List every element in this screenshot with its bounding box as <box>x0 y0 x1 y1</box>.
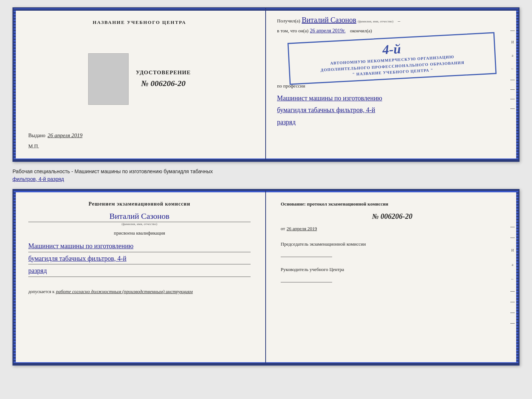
top-left-middle: УДОСТОВЕРЕНИЕ № 006206-20 <box>28 53 251 105</box>
between-text-block: Рабочая специальность - Машинист машины … <box>12 168 520 183</box>
protocol-number: № 006206-20 <box>281 212 504 221</box>
udostoverenie-number: № 006206-20 <box>141 79 186 88</box>
recipient-name: Виталий Сазонов <box>302 16 356 24</box>
rukovoditel-block: Руководитель учебного Центра <box>281 266 504 282</box>
deco-letter-i: И <box>510 40 515 44</box>
vtom-label: в том, что он(а) <box>277 28 309 34</box>
deco-line-5 <box>510 108 515 109</box>
deco-b-line-1 <box>510 227 515 227</box>
bottom-left-panel: Решением экзаменационной комиссии Витали… <box>14 190 266 364</box>
between-text-underline: фильтров, 4-й разряд <box>12 176 64 182</box>
deco-b-line-4 <box>510 302 515 302</box>
deco-line-3 <box>510 89 515 90</box>
udostoverenie-block: УДОСТОВЕРЕНИЕ № 006206-20 <box>136 70 191 88</box>
deco-letter-arrow: ← <box>510 67 515 71</box>
top-left-panel: НАЗВАНИЕ УЧЕБНОГО ЦЕНТРА УДОСТОВЕРЕНИЕ №… <box>14 8 266 161</box>
dopuskaetsya-block: допускается к работе согласно должностны… <box>28 289 251 295</box>
predsedatel-block: Председатель экзаменационной комиссии <box>281 241 504 257</box>
rukovoditel-label: Руководитель учебного Центра <box>281 266 504 274</box>
deco-b-a: а <box>510 263 515 267</box>
dash: – <box>398 18 400 24</box>
deco-b-line-5 <box>510 313 515 313</box>
top-left-footer: Выдано 26 апреля 2019 М.П. <box>28 132 251 150</box>
stamp-block: 4-й АВТОНОМНУЮ НЕКОММЕРЧЕСКУЮ ОРГАНИЗАЦИ… <box>288 32 497 85</box>
profession-line3: разряд <box>277 117 507 128</box>
vydano-label: Выдано <box>28 133 46 139</box>
profession-line1: Машинист машины по изготовлению <box>277 93 507 104</box>
top-document: НАЗВАНИЕ УЧЕБНОГО ЦЕНТРА УДОСТОВЕРЕНИЕ №… <box>12 7 520 162</box>
right-deco: И а ← <box>510 31 515 109</box>
bottom-name-block: Виталий Сазонов (фамилия, имя, отчество) <box>28 211 251 226</box>
rukovoditel-signature <box>281 275 332 282</box>
prisvoena-text: присвоена квалификация <box>28 230 251 236</box>
vydano-date: 26 апреля 2019 <box>48 132 83 139</box>
udostoverenie-label: УДОСТОВЕРЕНИЕ <box>136 70 191 76</box>
deco-b-arrow: ← <box>510 277 515 281</box>
top-left-header: НАЗВАНИЕ УЧЕБНОГО ЦЕНТРА <box>93 19 186 25</box>
qual-line3: разряд <box>28 265 251 277</box>
okonchil-label: окончил(а) <box>350 28 372 34</box>
predsedatel-signature <box>281 250 332 257</box>
fio-sublabel: (фамилия, имя, отчество) <box>358 19 393 23</box>
resheniyem-text: Решением экзаменационной комиссии <box>28 201 251 207</box>
mp-label: М.П. <box>28 144 39 150</box>
po-professii-label: по профессии <box>277 83 507 89</box>
poluchil-line: Получил(а) Виталий Сазонов (фамилия, имя… <box>277 16 507 24</box>
ot-date-line: от 26 апреля 2019 <box>281 226 504 232</box>
deco-line-4 <box>510 99 515 99</box>
bottom-fio-sublabel: (фамилия, имя, отчество) <box>28 222 251 226</box>
deco-letter-a: а <box>510 53 515 57</box>
predsedatel-label: Председатель экзаменационной комиссии <box>281 241 504 248</box>
osnovanie-text: Основание: протокол экзаменационной коми… <box>281 201 504 207</box>
between-text-main: Рабочая специальность - Машинист машины … <box>12 168 213 174</box>
vtom-date: 26 апреля 2019г. <box>310 28 346 34</box>
bottom-right-panel: Основание: протокол экзаменационной коми… <box>266 190 518 364</box>
deco-b-line-6 <box>510 323 515 324</box>
poluchil-label: Получил(а) <box>277 18 300 24</box>
top-right-panel: Получил(а) Виталий Сазонов (фамилия, имя… <box>266 8 518 161</box>
deco-line-1 <box>510 31 515 31</box>
photo-placeholder <box>88 53 129 105</box>
dopuskaetsya-value: работе согласно должностным (производств… <box>56 289 193 295</box>
qual-line1: Машинист машины по изготовлению <box>28 241 251 252</box>
profession-line2: бумагидля табачных фильтров, 4-й <box>277 104 507 116</box>
deco-b-line-2 <box>510 238 515 238</box>
qual-line2: бумагидля табачных фильтров, 4-й <box>28 253 251 265</box>
dopuskaetsya-label: допускается к <box>28 289 54 295</box>
deco-b-i: И <box>510 248 515 252</box>
bottom-document: Решением экзаменационной комиссии Витали… <box>12 189 520 366</box>
bottom-name: Виталий Сазонов <box>28 211 251 222</box>
ot-date: 26 апреля 2019 <box>287 226 317 232</box>
right-deco-bottom: И а ← <box>510 227 515 324</box>
deco-line-2 <box>510 80 515 80</box>
vydano-line: Выдано 26 апреля 2019 <box>28 132 82 139</box>
deco-b-line-3 <box>510 291 515 292</box>
ot-label: от <box>281 226 285 232</box>
